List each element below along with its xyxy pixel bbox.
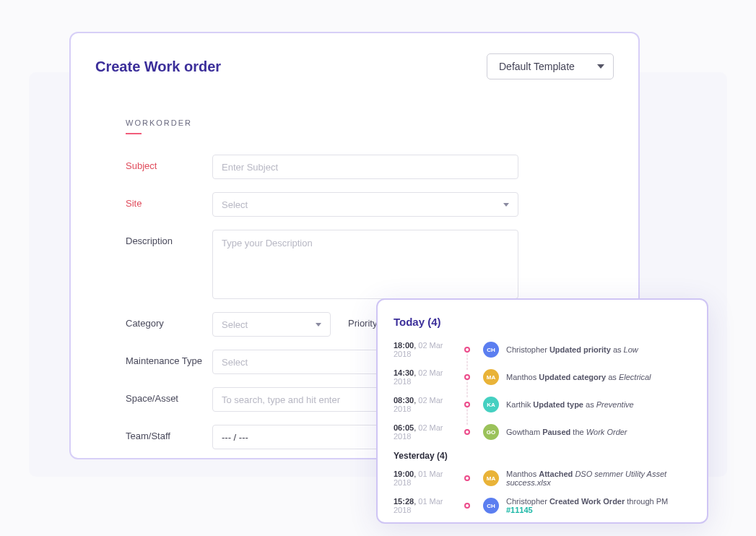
activity-yesterday-header: Yesterday (4) bbox=[394, 451, 691, 461]
description-textarea[interactable] bbox=[212, 230, 518, 299]
label-subject: Subject bbox=[126, 155, 212, 171]
activity-yesterday-list: 19:00, 01 Mar 2018MAManthos Attached DSO… bbox=[394, 470, 691, 514]
label-team-staff: Team/Staff bbox=[126, 425, 212, 441]
timeline-node-col bbox=[459, 503, 476, 509]
timeline-node-col bbox=[459, 475, 476, 481]
activity-time: 06:05, 02 Mar 2018 bbox=[394, 423, 459, 441]
activity-time: 15:28, 01 Mar 2018 bbox=[394, 497, 459, 514]
timeline-node-col bbox=[459, 374, 476, 380]
timeline-line bbox=[467, 351, 468, 370]
template-select-label: Default Template bbox=[499, 61, 575, 72]
timeline-node-icon bbox=[464, 429, 470, 435]
activity-today-header: Today (4) bbox=[394, 316, 691, 328]
maintenance-type-placeholder: Select bbox=[222, 357, 248, 368]
card-header: Create Work order Default Template bbox=[95, 53, 614, 79]
activity-row: 19:00, 01 Mar 2018MAManthos Attached DSO… bbox=[394, 470, 691, 487]
chevron-down-icon bbox=[503, 203, 509, 207]
chevron-down-icon bbox=[316, 323, 321, 327]
activity-panel: Today (4) 18:00, 02 Mar 2018CHChristophe… bbox=[376, 298, 708, 524]
activity-description: Manthos Attached DSO semmer Utility Asse… bbox=[506, 470, 691, 487]
activity-time: 14:30, 02 Mar 2018 bbox=[394, 368, 459, 386]
label-maintenance-type: Maintenance Type bbox=[126, 350, 212, 366]
section-underline bbox=[126, 133, 142, 134]
avatar: CH bbox=[483, 498, 499, 514]
timeline-node-icon bbox=[464, 347, 470, 353]
activity-row: 18:00, 02 Mar 2018CHChristopher Updated … bbox=[394, 341, 691, 358]
timeline-node-icon bbox=[464, 475, 470, 481]
page-title: Create Work order bbox=[95, 59, 221, 75]
activity-link[interactable]: #11145 bbox=[506, 506, 533, 514]
timeline-line bbox=[467, 379, 468, 397]
label-priority: Priority bbox=[348, 312, 377, 329]
timeline-node-icon bbox=[464, 503, 470, 509]
timeline-node-icon bbox=[464, 402, 470, 407]
row-site: Site Select bbox=[126, 192, 583, 217]
label-site: Site bbox=[126, 192, 212, 209]
activity-description: Christopher Updated priority as Low bbox=[506, 345, 638, 354]
avatar: MA bbox=[483, 369, 499, 385]
timeline-node-col bbox=[459, 347, 476, 353]
avatar: KA bbox=[483, 397, 499, 412]
chevron-down-icon bbox=[597, 64, 604, 69]
team-staff-value: --- / --- bbox=[222, 432, 248, 443]
activity-today-list: 18:00, 02 Mar 2018CHChristopher Updated … bbox=[394, 341, 691, 441]
row-description: Description bbox=[126, 230, 583, 299]
label-description: Description bbox=[126, 230, 212, 246]
activity-description: Gowtham Paused the Work Order bbox=[506, 428, 627, 436]
activity-time: 08:30, 02 Mar 2018 bbox=[394, 396, 459, 413]
activity-time: 18:00, 02 Mar 2018 bbox=[394, 341, 459, 358]
avatar: GO bbox=[483, 424, 499, 440]
label-category: Category bbox=[126, 312, 212, 329]
category-select-placeholder: Select bbox=[222, 319, 248, 330]
activity-row: 14:30, 02 Mar 2018MAManthos Updated cate… bbox=[394, 368, 691, 386]
activity-row: 06:05, 02 Mar 2018GOGowtham Paused the W… bbox=[394, 423, 691, 441]
activity-description: Christopher Created Work Order through P… bbox=[506, 497, 691, 514]
timeline-node-icon bbox=[464, 374, 470, 380]
template-select[interactable]: Default Template bbox=[487, 53, 614, 79]
activity-time: 19:00, 01 Mar 2018 bbox=[394, 470, 459, 487]
activity-description: Karthik Updated type as Preventive bbox=[506, 400, 634, 409]
activity-row: 15:28, 01 Mar 2018CHChristopher Created … bbox=[394, 497, 691, 514]
avatar: CH bbox=[483, 342, 499, 358]
avatar: MA bbox=[483, 470, 499, 486]
label-space-asset: Space/Asset bbox=[126, 387, 212, 404]
category-select[interactable]: Select bbox=[212, 312, 331, 337]
timeline-node-col bbox=[459, 402, 476, 407]
timeline-line bbox=[467, 406, 468, 425]
site-select-placeholder: Select bbox=[222, 199, 248, 210]
site-select[interactable]: Select bbox=[212, 192, 518, 217]
section-title: WORKORDER bbox=[126, 118, 583, 127]
activity-description: Manthos Updated category as Electrical bbox=[506, 373, 651, 381]
timeline-node-col bbox=[459, 429, 476, 435]
activity-row: 08:30, 02 Mar 2018KAKarthik Updated type… bbox=[394, 396, 691, 413]
row-subject: Subject bbox=[126, 155, 583, 179]
subject-input[interactable] bbox=[212, 155, 518, 179]
